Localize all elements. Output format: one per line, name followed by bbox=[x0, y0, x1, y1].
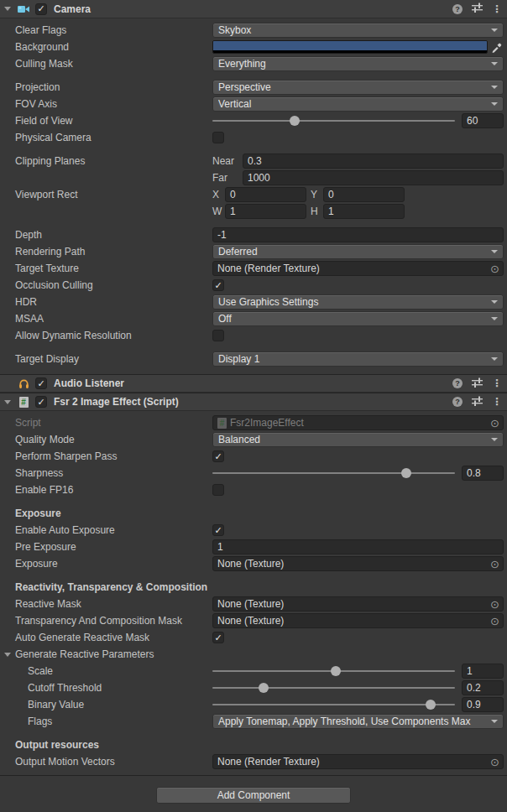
field-of-view-value[interactable]: 60 bbox=[462, 113, 504, 128]
target-texture-field[interactable]: None (Render Texture)⊙ bbox=[212, 261, 504, 276]
audio-listener-header[interactable]: Audio Listener ? ⋮ bbox=[0, 374, 507, 393]
chevron-down-icon bbox=[491, 62, 498, 65]
output-motion-vectors-field[interactable]: None (Render Texture)⊙ bbox=[212, 754, 504, 769]
viewport-x-field[interactable]: 0 bbox=[225, 187, 306, 202]
viewport-h-field[interactable]: 1 bbox=[323, 204, 405, 219]
projection-label: Projection bbox=[0, 81, 212, 93]
object-picker-icon[interactable]: ⊙ bbox=[490, 418, 499, 429]
slider-handle[interactable] bbox=[259, 683, 269, 693]
field-of-view-slider[interactable] bbox=[212, 113, 455, 128]
target-texture-label: Target Texture bbox=[0, 263, 212, 274]
scale-value[interactable]: 1 bbox=[462, 664, 504, 679]
binary-value-value[interactable]: 0.9 bbox=[462, 697, 504, 712]
camera-component-header[interactable]: Camera ? ⋮ bbox=[0, 0, 507, 18]
fsr2-help-icon[interactable]: ? bbox=[452, 397, 463, 407]
cutoff-threshold-slider[interactable] bbox=[212, 680, 455, 695]
background-color-swatch[interactable] bbox=[212, 40, 488, 54]
auto-generate-reactive-mask-checkbox[interactable] bbox=[212, 632, 224, 643]
quality-mode-dropdown[interactable]: Balanced bbox=[212, 432, 504, 447]
add-component-button[interactable]: Add Component bbox=[156, 787, 351, 804]
audio-listener-help-icon[interactable]: ? bbox=[452, 378, 463, 388]
hdr-dropdown[interactable]: Use Graphics Settings bbox=[212, 294, 504, 310]
reactivity-section-header: Reactivity, Transparency & Composition bbox=[0, 579, 507, 596]
slider-handle[interactable] bbox=[290, 116, 300, 126]
field-of-view-label: Field of View bbox=[0, 115, 212, 127]
object-picker-icon[interactable]: ⊙ bbox=[490, 559, 499, 570]
unity-inspector: Camera ? ⋮ Clear Flags Skybox Background… bbox=[0, 0, 507, 812]
scale-row: Scale 1 bbox=[0, 663, 507, 679]
cutoff-threshold-label: Cutoff Threshold bbox=[0, 682, 212, 694]
script-field[interactable]: #Fsr2ImageEffect⊙ bbox=[212, 415, 504, 430]
fov-axis-row: FOV Axis Vertical bbox=[0, 96, 507, 112]
fsr2-presets-icon[interactable] bbox=[472, 396, 483, 409]
msaa-label: MSAA bbox=[0, 313, 212, 325]
object-picker-icon[interactable]: ⊙ bbox=[490, 616, 499, 627]
physical-camera-checkbox[interactable] bbox=[212, 132, 224, 143]
slider-handle[interactable] bbox=[331, 666, 341, 676]
object-picker-icon[interactable]: ⊙ bbox=[490, 263, 499, 274]
eyedropper-icon[interactable] bbox=[489, 40, 504, 54]
rendering-path-dropdown[interactable]: Deferred bbox=[212, 244, 504, 259]
fsr2-menu-icon[interactable]: ⋮ bbox=[492, 398, 502, 406]
background-row: Background bbox=[0, 39, 507, 55]
pre-exposure-field[interactable]: 1 bbox=[212, 539, 504, 554]
target-display-row: Target Display Display 1 bbox=[0, 351, 507, 367]
slider-handle[interactable] bbox=[401, 468, 411, 478]
fsr2-enabled-checkbox[interactable] bbox=[35, 396, 47, 408]
chevron-down-icon bbox=[491, 29, 498, 32]
depth-field[interactable]: -1 bbox=[212, 227, 504, 242]
object-picker-icon[interactable]: ⊙ bbox=[490, 599, 499, 610]
camera-enabled-checkbox[interactable] bbox=[35, 3, 47, 15]
viewport-w-field[interactable]: 1 bbox=[225, 204, 306, 219]
reactive-mask-field[interactable]: None (Texture)⊙ bbox=[212, 596, 504, 612]
culling-mask-dropdown[interactable]: Everything bbox=[212, 56, 504, 71]
auto-generate-reactive-mask-row: Auto Generate Reactive Mask bbox=[0, 629, 507, 646]
output-resources-section-header: Output resources bbox=[0, 737, 507, 753]
camera-help-icon[interactable]: ? bbox=[452, 4, 463, 14]
sharpness-slider[interactable] bbox=[212, 466, 455, 481]
quality-mode-label: Quality Mode bbox=[0, 434, 212, 445]
generate-reactive-foldout-icon[interactable] bbox=[3, 650, 12, 658]
audio-listener-presets-icon[interactable] bbox=[472, 377, 483, 390]
cutoff-threshold-value[interactable]: 0.2 bbox=[462, 680, 504, 695]
audio-listener-enabled-checkbox[interactable] bbox=[35, 377, 47, 389]
occlusion-culling-checkbox[interactable] bbox=[212, 279, 224, 291]
clipping-planes-label: Clipping Planes bbox=[0, 155, 212, 167]
enable-fp16-checkbox[interactable] bbox=[212, 484, 224, 496]
msaa-dropdown[interactable]: Off bbox=[212, 311, 504, 326]
allow-dynamic-resolution-label: Allow Dynamic Resolution bbox=[0, 330, 212, 341]
binary-value-slider[interactable] bbox=[212, 697, 455, 712]
exposure-field[interactable]: None (Texture)⊙ bbox=[212, 556, 504, 571]
projection-dropdown[interactable]: Perspective bbox=[212, 80, 504, 95]
transparency-mask-field[interactable]: None (Texture)⊙ bbox=[212, 613, 504, 628]
sharpness-label: Sharpness bbox=[0, 467, 212, 479]
clear-flags-dropdown[interactable]: Skybox bbox=[212, 23, 504, 38]
allow-dynamic-resolution-checkbox[interactable] bbox=[212, 330, 224, 341]
viewport-y-field[interactable]: 0 bbox=[323, 187, 405, 202]
target-display-dropdown[interactable]: Display 1 bbox=[212, 351, 504, 367]
projection-row: Projection Perspective bbox=[0, 79, 507, 96]
fsr2-foldout-icon[interactable] bbox=[3, 398, 12, 406]
object-picker-icon[interactable]: ⊙ bbox=[490, 757, 499, 768]
csharp-script-icon: # bbox=[217, 418, 227, 429]
generate-reactive-parameters-row[interactable]: Generate Reactive Parameters bbox=[0, 646, 507, 663]
quality-mode-row: Quality Mode Balanced bbox=[0, 431, 507, 448]
flags-dropdown[interactable]: Apply Tonemap, Apply Threshold, Use Comp… bbox=[212, 714, 504, 729]
hdr-row: HDR Use Graphics Settings bbox=[0, 294, 507, 310]
camera-presets-icon[interactable] bbox=[472, 3, 483, 15]
camera-foldout-icon[interactable] bbox=[3, 5, 12, 13]
scale-slider[interactable] bbox=[212, 664, 455, 679]
slider-handle[interactable] bbox=[426, 700, 436, 710]
sharpness-value[interactable]: 0.8 bbox=[462, 466, 504, 481]
field-of-view-row: Field of View 60 bbox=[0, 112, 507, 129]
audio-listener-menu-icon[interactable]: ⋮ bbox=[492, 379, 502, 388]
perform-sharpen-pass-checkbox[interactable] bbox=[212, 450, 224, 462]
far-field[interactable]: 1000 bbox=[243, 170, 504, 185]
enable-auto-exposure-checkbox[interactable] bbox=[212, 524, 224, 536]
fsr2-component-header[interactable]: # Fsr 2 Image Effect (Script) ? ⋮ bbox=[0, 393, 507, 411]
camera-menu-icon[interactable]: ⋮ bbox=[492, 5, 502, 13]
pre-exposure-row: Pre Exposure 1 bbox=[0, 539, 507, 555]
target-texture-row: Target Texture None (Render Texture)⊙ bbox=[0, 260, 507, 277]
near-field[interactable]: 0.3 bbox=[243, 154, 504, 169]
fov-axis-dropdown[interactable]: Vertical bbox=[212, 96, 504, 112]
